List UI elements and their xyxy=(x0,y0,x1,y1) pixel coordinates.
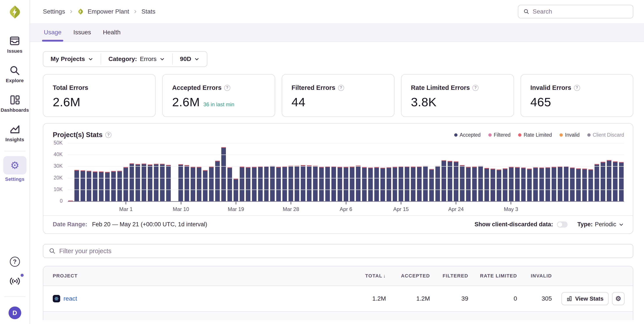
bar-day-56[interactable] xyxy=(411,166,416,201)
col-header-total[interactable]: TOTAL↓ xyxy=(340,273,386,279)
sidebar-item-explore[interactable]: Explore xyxy=(6,65,24,84)
help-tooltip-icon[interactable]: ? xyxy=(224,85,230,91)
help-tooltip-icon[interactable]: ? xyxy=(105,132,112,138)
bar-day-13[interactable] xyxy=(148,164,152,201)
bar-day-7[interactable] xyxy=(111,171,116,201)
bar-day-54[interactable] xyxy=(398,166,403,201)
bar-day-84[interactable] xyxy=(582,168,587,201)
bar-day-59[interactable] xyxy=(429,169,434,201)
bar-day-81[interactable] xyxy=(564,166,568,201)
breadcrumb-settings[interactable]: Settings xyxy=(43,8,65,15)
client-discard-toggle[interactable] xyxy=(557,221,568,228)
bar-day-14[interactable] xyxy=(154,164,158,201)
bar-day-32[interactable] xyxy=(264,166,269,201)
bar-day-67[interactable] xyxy=(478,166,483,201)
project-settings-button[interactable]: ⚙ xyxy=(612,292,624,305)
bar-day-1[interactable] xyxy=(74,170,79,202)
bar-day-38[interactable] xyxy=(301,165,305,201)
bar-day-34[interactable] xyxy=(276,167,281,201)
help-tooltip-icon[interactable]: ? xyxy=(574,85,580,91)
bar-day-5[interactable] xyxy=(99,171,104,201)
search-input[interactable] xyxy=(532,8,628,15)
bar-day-4[interactable] xyxy=(93,171,98,201)
bar-day-58[interactable] xyxy=(423,166,428,201)
bar-day-73[interactable] xyxy=(515,167,520,201)
bar-day-19[interactable] xyxy=(184,165,189,201)
bar-day-3[interactable] xyxy=(87,171,91,201)
global-search[interactable] xyxy=(518,5,633,18)
bar-day-78[interactable] xyxy=(546,167,550,201)
bar-day-70[interactable] xyxy=(497,169,501,201)
bar-day-36[interactable] xyxy=(288,166,293,201)
sidebar-item-issues[interactable]: Issues xyxy=(7,35,22,54)
bar-day-50[interactable] xyxy=(374,167,379,201)
category-dropdown[interactable]: Category: Errors xyxy=(101,52,172,66)
project-filter-input[interactable] xyxy=(59,247,627,255)
project-filter-box[interactable] xyxy=(43,244,633,258)
view-stats-button[interactable]: View Stats xyxy=(562,292,608,305)
bar-day-31[interactable] xyxy=(258,166,263,201)
bar-day-83[interactable] xyxy=(576,168,581,201)
bar-day-29[interactable] xyxy=(246,167,250,201)
bar-day-24[interactable] xyxy=(215,161,220,201)
bar-day-74[interactable] xyxy=(521,167,526,201)
bar-day-35[interactable] xyxy=(282,166,287,201)
bar-day-65[interactable] xyxy=(466,167,471,201)
help-tooltip-icon[interactable]: ? xyxy=(472,85,478,91)
bar-day-57[interactable] xyxy=(417,166,422,201)
bar-day-15[interactable] xyxy=(160,164,164,201)
bar-day-71[interactable] xyxy=(503,168,508,201)
bar-day-62[interactable] xyxy=(448,161,452,201)
bar-day-33[interactable] xyxy=(270,166,275,201)
legend-item-filtered[interactable]: Filtered xyxy=(488,132,511,138)
bar-day-26[interactable] xyxy=(228,167,232,201)
bar-day-45[interactable] xyxy=(344,167,348,201)
bar-day-44[interactable] xyxy=(338,167,342,201)
bar-day-20[interactable] xyxy=(191,167,195,201)
bar-day-10[interactable] xyxy=(130,163,134,201)
legend-item-rate-limited[interactable]: Rate Limited xyxy=(518,132,552,138)
bar-day-12[interactable] xyxy=(142,163,146,201)
col-header-accepted[interactable]: ACCEPTED xyxy=(386,273,430,279)
legend-item-invalid[interactable]: Invalid xyxy=(560,132,580,138)
bar-day-75[interactable] xyxy=(527,168,532,201)
bar-day-69[interactable] xyxy=(490,168,495,201)
sidebar-item-insights[interactable]: Insights xyxy=(6,124,24,143)
bar-day-28[interactable] xyxy=(240,166,244,201)
bar-day-8[interactable] xyxy=(117,171,122,201)
bar-day-2[interactable] xyxy=(80,170,85,201)
bar-day-86[interactable] xyxy=(594,164,599,201)
bar-day-11[interactable] xyxy=(136,164,140,201)
bar-day-27[interactable] xyxy=(234,179,238,201)
bar-day-40[interactable] xyxy=(313,166,318,201)
tab-health[interactable]: Health xyxy=(102,23,122,41)
bar-day-16[interactable] xyxy=(166,165,171,201)
projects-filter-dropdown[interactable]: My Projects xyxy=(43,52,101,66)
bar-day-77[interactable] xyxy=(539,167,544,201)
user-avatar[interactable]: D xyxy=(8,307,21,319)
bar-day-63[interactable] xyxy=(454,161,458,201)
bar-day-80[interactable] xyxy=(558,166,562,201)
sentry-logo-icon[interactable] xyxy=(8,5,22,20)
bar-day-90[interactable] xyxy=(619,162,624,201)
sidebar-item-settings[interactable]: ⚙ Settings xyxy=(3,156,26,182)
bar-day-39[interactable] xyxy=(307,165,312,201)
broadcasts-button[interactable] xyxy=(9,276,20,287)
bar-day-51[interactable] xyxy=(380,168,385,201)
sidebar-item-dashboards[interactable]: Dashboards xyxy=(1,94,29,113)
bar-day-60[interactable] xyxy=(436,166,440,201)
bar-day-55[interactable] xyxy=(405,166,409,201)
bar-day-25[interactable] xyxy=(221,147,226,201)
tab-usage[interactable]: Usage xyxy=(43,23,62,41)
bar-day-49[interactable] xyxy=(368,167,373,201)
bar-day-37[interactable] xyxy=(295,166,299,201)
bar-day-21[interactable] xyxy=(197,167,202,201)
bar-day-68[interactable] xyxy=(484,168,489,201)
bar-day-41[interactable] xyxy=(319,167,324,201)
bar-day-46[interactable] xyxy=(350,166,354,201)
bar-day-18[interactable] xyxy=(178,164,183,201)
breadcrumb-org[interactable]: Empower Plant xyxy=(88,8,129,15)
bar-day-76[interactable] xyxy=(533,167,538,201)
tab-issues[interactable]: Issues xyxy=(72,23,92,41)
project-link[interactable]: react xyxy=(64,295,77,302)
